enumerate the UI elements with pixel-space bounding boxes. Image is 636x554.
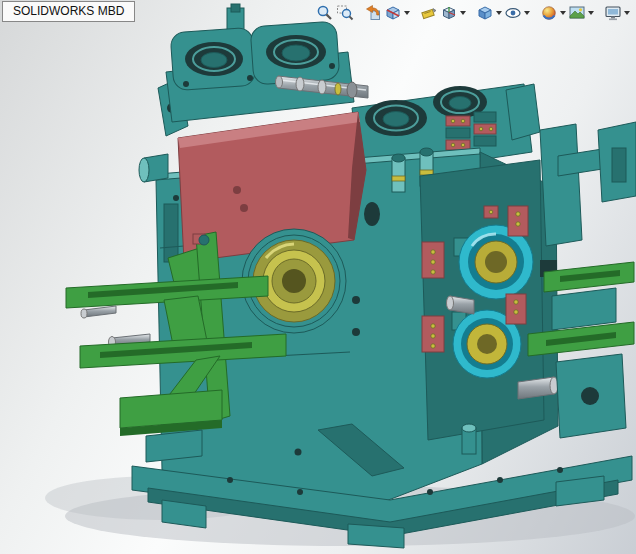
section-cube-icon — [384, 4, 402, 22]
apply-scene-button[interactable] — [567, 2, 595, 24]
scene-photo-icon — [568, 4, 586, 22]
magnifier-icon — [316, 4, 334, 22]
annotation-tag-icon — [420, 4, 438, 22]
edit-appearance-button[interactable] — [539, 2, 567, 24]
eye-icon — [504, 4, 522, 22]
zoom-to-area-button[interactable] — [335, 2, 355, 24]
section-view-button[interactable] — [383, 2, 411, 24]
appearance-ball-icon — [540, 4, 558, 22]
previous-view-arrow-icon — [364, 4, 382, 22]
previous-view-button[interactable] — [363, 2, 383, 24]
3d-viewport[interactable] — [0, 0, 636, 554]
dynamic-annotation-views-button[interactable] — [419, 2, 439, 24]
chevron-down-icon — [404, 11, 410, 15]
monitor-icon — [604, 4, 622, 22]
view-settings-button[interactable] — [603, 2, 631, 24]
chevron-down-icon — [588, 11, 594, 15]
chevron-down-icon — [624, 11, 630, 15]
shaded-cube-icon — [476, 4, 494, 22]
chevron-down-icon — [496, 11, 502, 15]
magnifier-area-icon — [336, 4, 354, 22]
chevron-down-icon — [524, 11, 530, 15]
heads-up-view-toolbar — [315, 2, 631, 24]
chevron-down-icon — [560, 11, 566, 15]
display-style-button[interactable] — [475, 2, 503, 24]
chevron-down-icon — [460, 11, 466, 15]
orientation-cube-icon — [440, 4, 458, 22]
hide-show-items-button[interactable] — [503, 2, 531, 24]
view-orientation-button[interactable] — [439, 2, 467, 24]
zoom-to-fit-button[interactable] — [315, 2, 335, 24]
mbd-label: SOLIDWORKS MBD — [2, 1, 135, 22]
